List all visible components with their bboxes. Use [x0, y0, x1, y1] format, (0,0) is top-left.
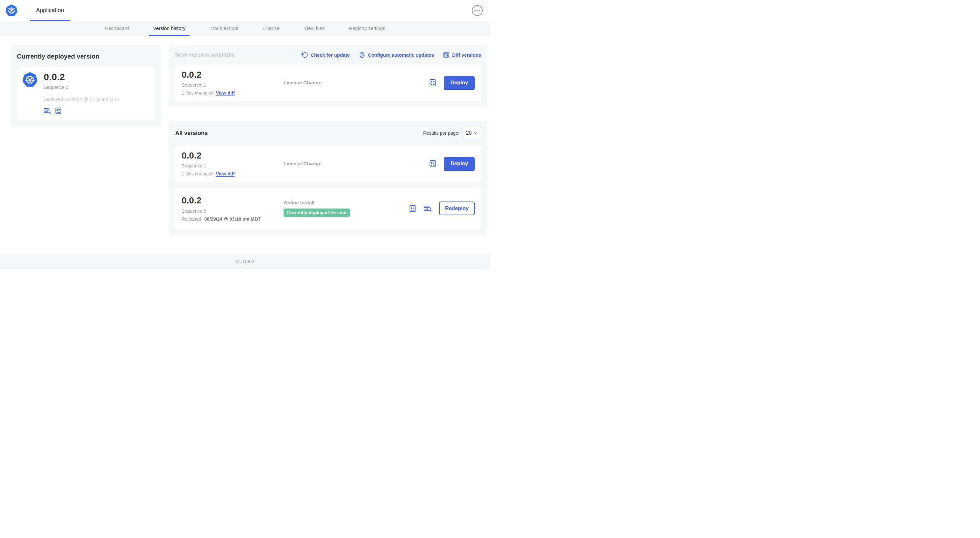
files-changed-label: 1 files changed — [181, 90, 213, 95]
configure-automatic-updates-link[interactable]: Configure automatic updates — [359, 52, 434, 58]
results-per-page: Results per page: 20 — [423, 127, 481, 139]
diff-versions-link[interactable]: Diff versions — [443, 52, 481, 58]
view-logs-button[interactable] — [44, 107, 51, 114]
version-row: 0.0.2 Sequence 1 1 files changed View di… — [175, 146, 481, 181]
view-diff-link[interactable]: View diff — [216, 171, 235, 176]
deployed-version-info: 0.0.2 Sequence 0 Deployed 09/11/24 @ 11:… — [44, 71, 119, 114]
version-actions: Deploy — [428, 157, 475, 170]
update-links: Check for update Configure automatic upd… — [301, 52, 481, 58]
version-info: 0.0.2 Sequence 1 1 files changed View di… — [181, 151, 283, 176]
deployed-actions — [44, 107, 119, 114]
view-logs-icon — [424, 205, 432, 213]
all-versions-title: All versions — [175, 130, 208, 136]
currently-deployed-panel: Currently deployed version 0.0.2 Sequenc… — [11, 45, 161, 126]
tab-version-history[interactable]: Version history — [149, 21, 190, 36]
kots-version: v1.109.3 — [236, 259, 254, 264]
currently-deployed-badge: Currently deployed version — [283, 208, 350, 217]
results-per-page-select[interactable]: 20 — [463, 127, 481, 139]
ellipsis-icon — [471, 5, 483, 16]
version-info: 0.0.2 Sequence 1 1 files changed View di… — [181, 70, 283, 95]
files-changed-row: 1 files changed View diff — [181, 171, 283, 176]
tab-view-files[interactable]: View files — [300, 21, 329, 36]
deployed-version-number: 0.0.2 — [44, 71, 119, 82]
released-timestamp: 08/29/24 @ 03:18 pm MDT — [204, 216, 261, 222]
tab-application[interactable]: Application — [30, 0, 70, 21]
version-actions: Redeploy — [409, 202, 475, 215]
more-options-button[interactable] — [471, 5, 483, 16]
view-logs-icon — [44, 107, 51, 114]
tab-registry-settings[interactable]: Registry settings — [345, 21, 390, 36]
preflight-checklist-icon — [428, 159, 437, 168]
kubernetes-logo — [5, 4, 18, 17]
version-source: Online Install Currently deployed versio… — [283, 200, 409, 217]
version-row: 0.0.2 Sequence 0 Released 08/29/24 @ 03:… — [175, 188, 481, 229]
new-version-panel: New version available Check for update C… — [169, 45, 487, 107]
version-number: 0.0.2 — [181, 70, 283, 80]
version-source-label: License Change — [283, 80, 321, 86]
main-content: Currently deployed version 0.0.2 Sequenc… — [0, 36, 490, 253]
preflight-checks-button[interactable] — [428, 159, 437, 168]
deployed-sequence: Sequence 0 — [44, 85, 119, 90]
new-version-row: 0.0.2 Sequence 1 1 files changed View di… — [175, 65, 481, 101]
app-subnav: Dashboard Version history Troubleshoot L… — [0, 21, 490, 36]
refresh-icon — [301, 52, 308, 58]
version-number: 0.0.2 — [181, 151, 283, 161]
preflight-checks-button[interactable] — [409, 205, 417, 213]
all-versions-header: All versions Results per page: 20 — [175, 127, 481, 139]
released-row: Released 08/29/24 @ 03:18 pm MDT — [181, 216, 283, 222]
view-logs-button[interactable] — [424, 205, 432, 213]
version-source: License Change — [283, 80, 428, 86]
currently-deployed-title: Currently deployed version — [17, 53, 154, 60]
preflight-checklist-icon — [428, 79, 437, 87]
new-version-title: New version available — [175, 52, 235, 58]
deploy-button[interactable]: Deploy — [444, 157, 475, 170]
preflight-checklist-icon — [409, 205, 417, 213]
deployed-version-card: 0.0.2 Sequence 0 Deployed 09/11/24 @ 11:… — [17, 67, 154, 120]
deployed-timestamp: Deployed 09/11/24 @ 11:02 am MDT — [44, 97, 119, 102]
version-history-column: New version available Check for update C… — [169, 45, 487, 236]
preflight-checklist-icon — [54, 107, 62, 114]
redeploy-button[interactable]: Redeploy — [439, 202, 475, 215]
preflight-checks-button[interactable] — [428, 79, 437, 87]
tab-license[interactable]: License — [258, 21, 283, 36]
preflight-checks-button[interactable] — [54, 107, 62, 114]
all-versions-panel: All versions Results per page: 20 0.0.2 … — [169, 121, 487, 235]
auto-update-clock-icon — [359, 52, 366, 58]
version-number: 0.0.2 — [181, 195, 283, 206]
version-source-label: License Change — [283, 161, 321, 167]
chevron-down-icon — [474, 131, 477, 135]
diff-icon — [443, 52, 450, 58]
app-title: Application — [36, 7, 64, 14]
tab-dashboard[interactable]: Dashboard — [101, 21, 133, 36]
version-sequence: Sequence 1 — [181, 163, 283, 168]
new-version-header: New version available Check for update C… — [175, 52, 481, 58]
version-source-label: Online Install — [283, 200, 315, 206]
version-actions: Deploy — [428, 76, 475, 89]
app-footer: v1.109.3 — [0, 253, 490, 269]
tab-troubleshoot[interactable]: Troubleshoot — [205, 21, 242, 36]
kots-admin-page: Application Dashboard Version history Tr… — [0, 0, 490, 269]
app-header: Application — [0, 0, 490, 21]
files-changed-label: 1 files changed — [181, 171, 213, 176]
version-sequence: Sequence 0 — [181, 208, 283, 214]
files-changed-row: 1 files changed View diff — [181, 90, 283, 95]
version-sequence: Sequence 1 — [181, 83, 283, 87]
version-info: 0.0.2 Sequence 0 Released 08/29/24 @ 03:… — [181, 195, 283, 221]
check-for-update-link[interactable]: Check for update — [301, 52, 350, 58]
view-diff-link[interactable]: View diff — [216, 90, 235, 95]
version-source: License Change — [283, 161, 428, 167]
results-per-page-label: Results per page: — [423, 130, 460, 136]
kubernetes-app-icon — [22, 71, 38, 87]
released-label: Released — [181, 216, 201, 222]
deploy-button[interactable]: Deploy — [444, 76, 475, 89]
